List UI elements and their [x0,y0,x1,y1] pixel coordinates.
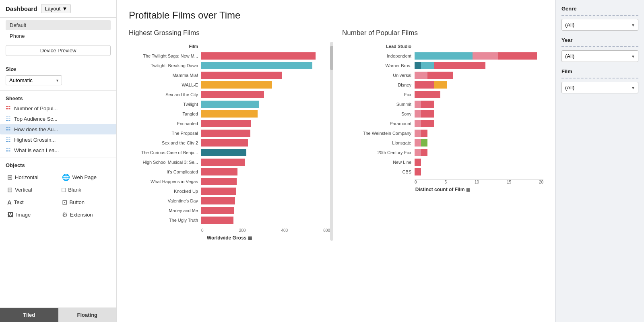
object-horizontal[interactable]: ⊞ Horizontal [6,172,56,182]
chart2-header-row: Lead Studio [342,42,543,51]
object-text[interactable]: A Text [6,197,56,207]
chart1-bar-segment-0 [201,52,316,60]
film-filter-group: Film (All) [561,68,638,93]
chart1-bar-row-17: The Ugly Truth [129,216,330,225]
film-select-wrap: (All) [561,82,638,93]
chart1-bar-body-1 [201,61,330,70]
chart2-bar-seg-6-0 [415,110,421,118]
extension-icon: ⚙ [62,211,68,219]
sheet-item-3[interactable]: ☷ Highest Grossin... [0,134,116,145]
chart2-bar-row-8: The Weinstein Company [342,129,543,138]
sheet-label-3: Highest Grossin... [14,137,56,143]
chart2-bar-row-6: Sony [342,109,543,118]
tiled-tab[interactable]: Tiled [0,308,58,322]
object-image[interactable]: 🖼 Image [6,210,56,220]
film-divider [561,78,638,78]
chart1-container: Highest Grossing Films Film The Twilight… [129,29,330,241]
chart2-bar-seg-2-0 [415,72,427,79]
chart1-bar-label-16: Marley and Me [129,208,201,213]
sheet-icon-3: ☷ [6,136,11,143]
chart1-bar-segment-14 [201,188,236,195]
object-extension-label: Extension [70,212,93,218]
chart1-bar-body-8 [201,129,330,138]
layout-select[interactable]: Layout ▼ [41,4,71,13]
chart2-bar-label-1: Warner Bros. [342,63,415,68]
sheet-item-2[interactable]: ☷ How does the Au... [0,124,116,134]
chart2-bar-seg-7-0 [415,120,421,127]
sheet-item-0[interactable]: ☷ Number of Popul... [0,103,116,114]
charts-row: Highest Grossing Films Film The Twilight… [129,29,543,241]
chart2-bar-row-2: Universal [342,71,543,80]
chart1-bar-body-10 [201,148,330,157]
chart1-bar-body-15 [201,196,330,205]
chart1-bar-row-7: Enchanted [129,119,330,128]
chart2-bar-label-8: The Weinstein Company [342,131,415,136]
chart2-bar-body-6 [415,109,543,118]
genre-select[interactable]: (All) [561,19,638,31]
chart1-bar-row-0: The Twilight Saga: New M... [129,52,330,60]
year-select[interactable]: (All) [561,50,638,62]
chart1-bar-body-6 [201,109,330,118]
film-select[interactable]: (All) [561,82,638,93]
object-button[interactable]: ⊡ Button [60,197,111,207]
chart2-bar-row-4: Fox [342,90,543,99]
chart2-bar-label-2: Universal [342,73,415,78]
chart2-bar-seg-1-2 [434,62,485,69]
chart2-bar-label-10: 20th Century Fox [342,150,415,155]
chart2-bar-label-7: Paramount [342,121,415,126]
chart2-bar-seg-5-1 [421,101,434,108]
chart2-bar-label-9: Lionsgate [342,140,415,145]
genre-filter-label: Genre [561,6,638,12]
chart1-bar-segment-10 [201,149,246,156]
chart2-bar-label-5: Summit [342,102,415,107]
device-preview-button[interactable]: Device Preview [6,45,111,56]
chart2-bar-seg-11-0 [415,159,421,166]
chart1-bar-label-6: Tangled [129,111,201,116]
chart2-container: Number of Popular Films Lead Studio Inde… [342,29,543,192]
genre-divider [561,15,638,16]
size-label: Size [0,63,116,74]
chart2-bar-row-12: CBS [342,167,543,176]
layout-label: Layout [45,6,60,12]
chart1-bar-label-2: Mamma Mia! [129,73,201,78]
film-filter-label: Film [561,68,638,74]
object-webpage[interactable]: 🌐 Web Page [60,172,111,182]
chart2-bar-row-3: Disney [342,80,543,89]
objects-grid: ⊞ Horizontal 🌐 Web Page ⊟ Vertical □ Bla… [0,170,116,225]
object-vertical[interactable]: ⊟ Vertical [6,185,56,195]
chart1-bar-label-7: Enchanted [129,121,201,126]
floating-tab[interactable]: Floating [58,308,117,322]
chart2-bar-seg-9-1 [421,139,427,147]
chart2-col-header: Lead Studio [342,44,415,49]
sheets-label: Sheets [0,92,116,103]
chart2-bar-body-10 [415,148,543,157]
sheet-item-4[interactable]: ☷ What is each Lea... [0,145,116,155]
layout-option-default[interactable]: Default [6,20,111,30]
chart1-bar-segment-12 [201,168,237,175]
chart2-bar-label-6: Sony [342,111,415,116]
year-filter-label: Year [561,37,638,43]
chart2-axis-spacer [342,179,415,184]
main-title: Profitable Films over Time [129,10,543,21]
chart1-bar-segment-13 [201,178,237,185]
main-content: Profitable Films over Time Highest Gross… [117,0,555,322]
chart2-bar-label-3: Disney [342,83,415,87]
chart1-scrollbar[interactable] [330,42,333,241]
sheet-item-1[interactable]: ☷ Top Audience Sc... [0,114,116,124]
chart1-bar-label-9: Sex and the City 2 [129,140,201,145]
chart2-bar-seg-10-0 [415,149,421,156]
chart2-bar-seg-3-1 [434,81,447,89]
object-extension[interactable]: ⚙ Extension [60,210,111,220]
sheet-icon-0: ☷ [6,105,11,111]
layout-option-phone[interactable]: Phone [6,31,111,41]
chart1-bar-body-13 [201,177,330,186]
chart2-bar-body-1 [415,61,543,70]
genre-select-wrap: (All) [561,19,638,31]
chart1-bar-segment-1 [201,62,312,69]
chart1-bar-body-14 [201,187,330,196]
chart1-bars: The Twilight Saga: New M...Twilight: Bre… [129,52,330,225]
size-select[interactable]: Automatic [6,75,62,85]
chart1-bar-label-4: Sex and the City [129,92,201,97]
object-blank[interactable]: □ Blank [60,185,111,195]
chart1-bar-row-12: It's Complicated [129,167,330,176]
